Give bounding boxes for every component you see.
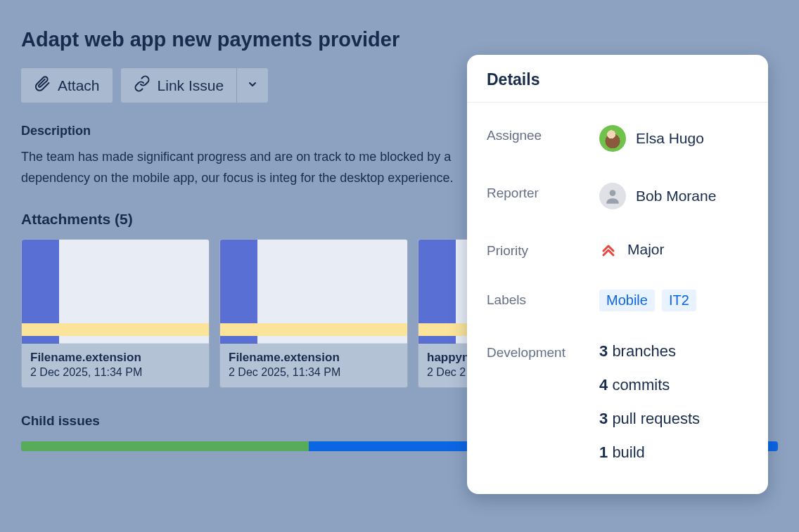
dev-pull-requests[interactable]: 3 pull requests — [599, 410, 700, 428]
attachment-date: 2 Dec 2025, 11:34 PM — [30, 366, 200, 379]
svg-point-0 — [610, 190, 616, 196]
progress-done-segment — [21, 441, 309, 451]
link-issue-label: Link Issue — [158, 77, 224, 94]
reporter-value[interactable]: Bob Morane — [599, 183, 716, 209]
attachment-date: 2 Dec 2025, 11:34 PM — [229, 366, 399, 379]
development-label: Development — [487, 342, 599, 361]
assignee-name: Elsa Hugo — [636, 130, 704, 147]
label-chip[interactable]: Mobile — [599, 290, 655, 311]
link-issue-group: Link Issue — [121, 68, 269, 103]
labels-row: Labels Mobile IT2 — [487, 274, 748, 327]
details-header[interactable]: Details — [467, 55, 768, 103]
labels-label: Labels — [487, 290, 599, 308]
chevron-down-icon — [247, 79, 258, 92]
attachment-card[interactable]: Filename.extension 2 Dec 2025, 11:34 PM — [21, 239, 210, 388]
priority-major-icon — [599, 240, 618, 259]
development-list: 3 branches 4 commits 3 pull requests 1 b… — [599, 342, 700, 462]
reporter-label: Reporter — [487, 183, 599, 201]
attachment-thumbnail — [22, 240, 209, 344]
assignee-row: Assignee Elsa Hugo — [487, 110, 748, 167]
link-icon — [134, 75, 151, 96]
reporter-row: Reporter Bob Morane — [487, 167, 748, 225]
priority-name: Major — [627, 241, 665, 258]
development-row: Development 3 branches 4 commits 3 pull … — [487, 327, 748, 477]
label-chip[interactable]: IT2 — [662, 290, 696, 311]
reporter-name: Bob Morane — [636, 188, 716, 205]
assignee-value[interactable]: Elsa Hugo — [599, 125, 704, 152]
link-issue-dropdown[interactable] — [236, 68, 268, 103]
description-text: The team has made significant progress a… — [21, 147, 513, 188]
attachment-meta: Filename.extension 2 Dec 2025, 11:34 PM — [220, 344, 407, 387]
dev-commits[interactable]: 4 commits — [599, 376, 700, 394]
details-panel: Details Assignee Elsa Hugo Reporter Bob … — [467, 55, 768, 494]
attachment-name: Filename.extension — [229, 351, 399, 365]
avatar — [599, 125, 626, 152]
labels-value[interactable]: Mobile IT2 — [599, 290, 696, 311]
attachment-card[interactable]: Filename.extension 2 Dec 2025, 11:34 PM — [219, 239, 408, 388]
priority-row: Priority Major — [487, 225, 748, 274]
details-title: Details — [487, 70, 748, 89]
attachment-thumbnail — [220, 240, 407, 344]
priority-value[interactable]: Major — [599, 240, 665, 259]
details-body: Assignee Elsa Hugo Reporter Bob Morane P… — [467, 103, 768, 477]
assignee-label: Assignee — [487, 125, 599, 143]
dev-branches[interactable]: 3 branches — [599, 342, 700, 361]
attachment-name: Filename.extension — [30, 351, 200, 365]
attachment-meta: Filename.extension 2 Dec 2025, 11:34 PM — [22, 344, 209, 387]
avatar — [599, 183, 626, 209]
dev-build[interactable]: 1 build — [599, 443, 700, 462]
attach-label: Attach — [58, 77, 100, 94]
paperclip-icon — [34, 75, 51, 96]
priority-label: Priority — [487, 240, 599, 259]
link-issue-button[interactable]: Link Issue — [121, 68, 237, 103]
issue-title: Adapt web app new payments provider — [21, 28, 778, 51]
attach-button[interactable]: Attach — [21, 68, 113, 103]
